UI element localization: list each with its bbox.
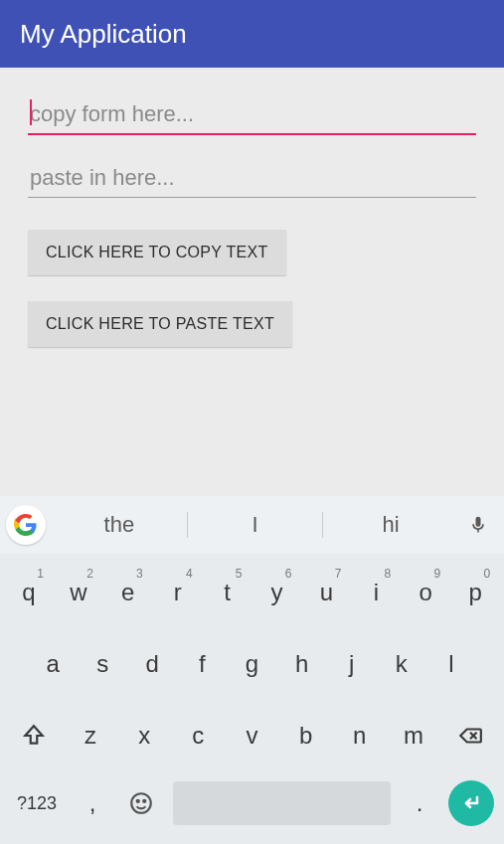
space-key[interactable] bbox=[173, 781, 391, 825]
paste-field bbox=[28, 159, 476, 198]
key-s[interactable]: s bbox=[80, 634, 125, 694]
key-row-2: asdfghjkl bbox=[0, 625, 504, 697]
key-i[interactable]: i8 bbox=[353, 563, 399, 622]
key-k[interactable]: k bbox=[379, 634, 424, 694]
key-v[interactable]: v bbox=[227, 706, 276, 765]
google-icon[interactable] bbox=[6, 505, 46, 545]
suggestion-1[interactable]: the bbox=[52, 512, 187, 538]
button-group: CLICK HERE TO COPY TEXT CLICK HERE TO PA… bbox=[28, 222, 476, 347]
key-u[interactable]: u7 bbox=[303, 563, 349, 622]
key-row-1: q1w2e3r4t5y6u7i8o9p0 bbox=[0, 554, 504, 625]
key-b[interactable]: b bbox=[281, 706, 331, 765]
key-w[interactable]: w2 bbox=[56, 563, 101, 622]
main-content: CLICK HERE TO COPY TEXT CLICK HERE TO PA… bbox=[0, 68, 504, 347]
suggestion-bar: the I hi bbox=[0, 496, 504, 554]
key-p[interactable]: p0 bbox=[452, 563, 498, 622]
paste-underline bbox=[28, 197, 476, 198]
soft-keyboard: the I hi q1w2e3r4t5y6u7i8o9p0 asdfghjkl … bbox=[0, 496, 504, 844]
paste-input[interactable] bbox=[28, 159, 476, 197]
key-z[interactable]: z bbox=[66, 706, 115, 765]
key-j[interactable]: j bbox=[329, 634, 375, 694]
enter-key[interactable] bbox=[444, 775, 498, 831]
key-e[interactable]: e3 bbox=[105, 563, 151, 622]
key-g[interactable]: g bbox=[229, 634, 274, 694]
key-h[interactable]: h bbox=[279, 634, 325, 694]
key-x[interactable]: x bbox=[119, 706, 169, 765]
key-row-bottom: ?123 , . bbox=[0, 768, 504, 844]
period-key[interactable]: . bbox=[399, 775, 440, 831]
key-d[interactable]: d bbox=[129, 634, 175, 694]
app-title: My Application bbox=[20, 19, 187, 50]
backspace-key[interactable] bbox=[442, 706, 498, 765]
key-n[interactable]: n bbox=[335, 706, 385, 765]
copy-button[interactable]: CLICK HERE TO COPY TEXT bbox=[28, 230, 286, 275]
enter-icon bbox=[448, 780, 494, 826]
suggestions: the I hi bbox=[52, 512, 458, 538]
key-m[interactable]: m bbox=[389, 706, 438, 765]
shift-key[interactable] bbox=[6, 706, 62, 765]
copy-input[interactable] bbox=[28, 95, 476, 133]
svg-point-2 bbox=[131, 793, 151, 813]
paste-button[interactable]: CLICK HERE TO PASTE TEXT bbox=[28, 301, 292, 347]
key-f[interactable]: f bbox=[179, 634, 225, 694]
app-bar: My Application bbox=[0, 0, 504, 68]
svg-point-3 bbox=[137, 800, 139, 802]
key-l[interactable]: l bbox=[428, 634, 474, 694]
suggestion-3[interactable]: hi bbox=[323, 512, 458, 538]
suggestion-2[interactable]: I bbox=[188, 512, 323, 538]
copy-field bbox=[28, 95, 476, 135]
key-a[interactable]: a bbox=[30, 634, 76, 694]
comma-key[interactable]: , bbox=[72, 775, 113, 831]
key-row-3-letters: zxcvbnm bbox=[64, 703, 440, 768]
mic-icon[interactable] bbox=[458, 512, 498, 538]
key-y[interactable]: y6 bbox=[254, 563, 300, 622]
key-q[interactable]: q1 bbox=[6, 563, 52, 622]
key-c[interactable]: c bbox=[173, 706, 223, 765]
key-o[interactable]: o9 bbox=[403, 563, 448, 622]
symbols-key[interactable]: ?123 bbox=[6, 775, 68, 831]
svg-point-4 bbox=[143, 800, 145, 802]
key-row-3: zxcvbnm bbox=[0, 697, 504, 768]
emoji-key[interactable] bbox=[117, 775, 165, 831]
key-r[interactable]: r4 bbox=[155, 563, 201, 622]
text-caret bbox=[30, 99, 32, 125]
copy-underline bbox=[28, 133, 476, 135]
key-t[interactable]: t5 bbox=[205, 563, 251, 622]
